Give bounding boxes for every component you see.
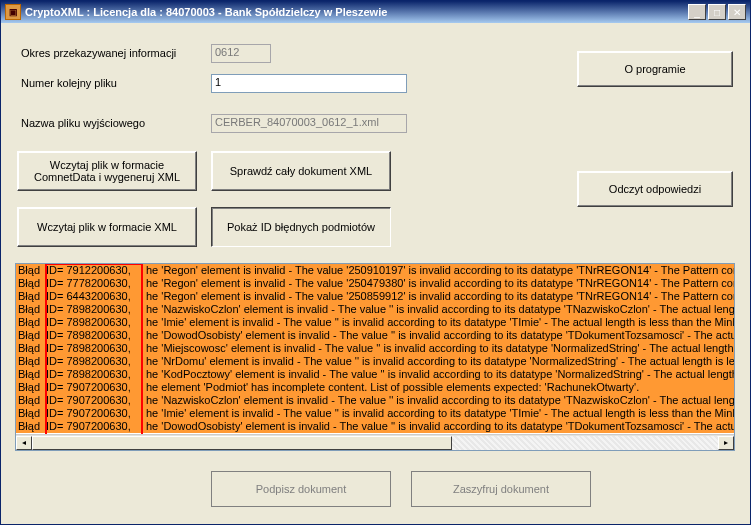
- error-message: he 'NrDomu' element is invalid - The val…: [142, 355, 735, 368]
- about-button[interactable]: O programie: [577, 51, 733, 87]
- error-id: ID= 7898200630,: [46, 316, 142, 329]
- error-row[interactable]: BłądID= 6443200630,he 'Regon' element is…: [16, 290, 735, 303]
- encrypt-document-label: Zaszyfruj dokument: [453, 483, 549, 495]
- error-row[interactable]: BłądID= 7898200630,he 'NrDomu' element i…: [16, 355, 735, 368]
- label-numer: Numer kolejny pliku: [21, 77, 117, 89]
- field-numer[interactable]: 1: [211, 74, 407, 93]
- check-xml-label: Sprawdź cały dokument XML: [230, 165, 372, 177]
- error-message: he element 'Podmiot' has incomplete cont…: [142, 381, 735, 394]
- error-row[interactable]: BłądID= 7907200630,he 'DowodOsobisty' el…: [16, 420, 735, 433]
- scroll-right-arrow-icon[interactable]: ▸: [718, 436, 734, 450]
- error-id: ID= 7898200630,: [46, 355, 142, 368]
- field-okres: 0612: [211, 44, 271, 63]
- error-row[interactable]: BłądID= 7898200630,he 'Imie' element is …: [16, 316, 735, 329]
- load-comnet-label: Wczytaj plik w formacie ComnetData i wyg…: [20, 159, 194, 183]
- error-id: ID= 7898200630,: [46, 368, 142, 381]
- error-label: Błąd: [16, 394, 46, 407]
- sign-document-label: Podpisz dokument: [256, 483, 347, 495]
- error-message: he 'DowodOsobisty' element is invalid - …: [142, 329, 735, 342]
- error-row[interactable]: BłądID= 7898200630,he 'Miejscowosc' elem…: [16, 342, 735, 355]
- error-message: he 'DowodOsobisty' element is invalid - …: [142, 420, 735, 433]
- error-id: ID= 7898200630,: [46, 329, 142, 342]
- error-message: he 'Imie' element is invalid - The value…: [142, 407, 735, 420]
- load-comnet-button[interactable]: Wczytaj plik w formacie ComnetData i wyg…: [17, 151, 197, 191]
- error-id: ID= 7898200630,: [46, 342, 142, 355]
- error-label: Błąd: [16, 264, 46, 277]
- error-id: ID= 6443200630,: [46, 290, 142, 303]
- error-row[interactable]: BłądID= 7907200630,he element 'Podmiot' …: [16, 381, 735, 394]
- error-label: Błąd: [16, 329, 46, 342]
- error-label: Błąd: [16, 420, 46, 433]
- label-nazwa: Nazwa pliku wyjściowego: [21, 117, 145, 129]
- error-message: he 'Imie' element is invalid - The value…: [142, 316, 735, 329]
- error-message: he 'KodPocztowy' element is invalid - Th…: [142, 368, 735, 381]
- error-label: Błąd: [16, 277, 46, 290]
- check-xml-button[interactable]: Sprawdź cały dokument XML: [211, 151, 391, 191]
- scroll-track[interactable]: [32, 436, 718, 450]
- error-list[interactable]: BłądID= 7912200630,he 'Regon' element is…: [15, 263, 735, 451]
- field-nazwa: CERBER_84070003_0612_1.xml: [211, 114, 407, 133]
- error-row[interactable]: BłądID= 7907200630,he 'Imie' element is …: [16, 407, 735, 420]
- error-id: ID= 7778200630,: [46, 277, 142, 290]
- error-message: he 'NazwiskoCzlon' element is invalid - …: [142, 394, 735, 407]
- window-title: CryptoXML : Licencja dla : 84070003 - Ba…: [25, 6, 688, 18]
- error-message: he 'Regon' element is invalid - The valu…: [142, 290, 735, 303]
- horizontal-scrollbar[interactable]: ◂ ▸: [16, 434, 734, 450]
- error-message: he 'Miejscowosc' element is invalid - Th…: [142, 342, 735, 355]
- close-button[interactable]: ✕: [728, 4, 746, 20]
- encrypt-document-button: Zaszyfruj dokument: [411, 471, 591, 507]
- show-bad-ids-label: Pokaż ID błędnych podmiotów: [227, 221, 375, 233]
- app-window: ▣ CryptoXML : Licencja dla : 84070003 - …: [0, 0, 751, 525]
- error-row[interactable]: BłądID= 7898200630,he 'KodPocztowy' elem…: [16, 368, 735, 381]
- error-label: Błąd: [16, 368, 46, 381]
- read-response-label: Odczyt odpowiedzi: [609, 183, 701, 195]
- load-xml-button[interactable]: Wczytaj plik w formacie XML: [17, 207, 197, 247]
- error-label: Błąd: [16, 407, 46, 420]
- error-label: Błąd: [16, 303, 46, 316]
- show-bad-ids-button[interactable]: Pokaż ID błędnych podmiotów: [211, 207, 391, 247]
- scroll-left-arrow-icon[interactable]: ◂: [16, 436, 32, 450]
- error-id: ID= 7907200630,: [46, 394, 142, 407]
- load-xml-label: Wczytaj plik w formacie XML: [37, 221, 177, 233]
- error-label: Błąd: [16, 290, 46, 303]
- error-id: ID= 7907200630,: [46, 381, 142, 394]
- error-row[interactable]: BłądID= 7898200630,he 'DowodOsobisty' el…: [16, 329, 735, 342]
- error-id: ID= 7907200630,: [46, 407, 142, 420]
- error-label: Błąd: [16, 342, 46, 355]
- label-okres: Okres przekazywanej informacji: [21, 47, 176, 59]
- app-icon: ▣: [5, 4, 21, 20]
- error-row[interactable]: BłądID= 7778200630,he 'Regon' element is…: [16, 277, 735, 290]
- error-label: Błąd: [16, 316, 46, 329]
- error-id: ID= 7912200630,: [46, 264, 142, 277]
- maximize-button[interactable]: □: [708, 4, 726, 20]
- client-area: Okres przekazywanej informacji 0612 Nume…: [1, 23, 750, 524]
- error-id: ID= 7898200630,: [46, 303, 142, 316]
- error-row[interactable]: BłądID= 7912200630,he 'Regon' element is…: [16, 264, 735, 277]
- minimize-button[interactable]: _: [688, 4, 706, 20]
- error-label: Błąd: [16, 355, 46, 368]
- error-label: Błąd: [16, 381, 46, 394]
- error-message: he 'NazwiskoCzlon' element is invalid - …: [142, 303, 735, 316]
- about-button-label: O programie: [624, 63, 685, 75]
- error-message: he 'Regon' element is invalid - The valu…: [142, 264, 735, 277]
- error-row[interactable]: BłądID= 7907200630,he 'NazwiskoCzlon' el…: [16, 394, 735, 407]
- scroll-thumb[interactable]: [32, 436, 452, 450]
- error-row[interactable]: BłądID= 7898200630,he 'NazwiskoCzlon' el…: [16, 303, 735, 316]
- titlebar: ▣ CryptoXML : Licencja dla : 84070003 - …: [1, 1, 750, 23]
- sign-document-button: Podpisz dokument: [211, 471, 391, 507]
- read-response-button[interactable]: Odczyt odpowiedzi: [577, 171, 733, 207]
- error-message: he 'Regon' element is invalid - The valu…: [142, 277, 735, 290]
- error-id: ID= 7907200630,: [46, 420, 142, 433]
